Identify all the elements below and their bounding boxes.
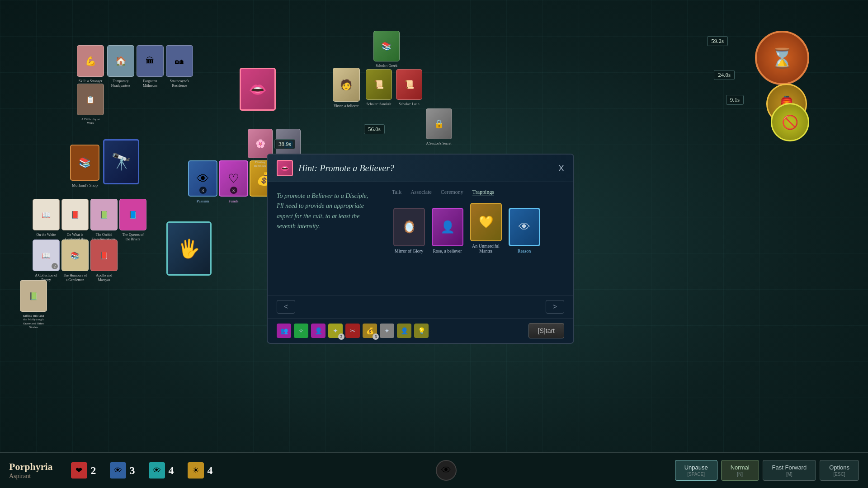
hint-body: To promote a Believer to a Disciple, I'l… bbox=[268, 182, 573, 295]
scholar-sanskrit-card[interactable]: 📜 Scholar: Sanskrit bbox=[365, 69, 392, 108]
hint-header-icon: 👄 bbox=[277, 160, 293, 176]
hint-title: Hint: Promote a Believer? bbox=[298, 163, 394, 174]
queens-rivers-card[interactable]: 📘 The Queens of the Rivers bbox=[119, 199, 146, 242]
aspect-icon-7: 👤 bbox=[397, 324, 411, 338]
mouth-card[interactable]: 👄 bbox=[240, 68, 276, 111]
normal-speed-button[interactable]: Normal [N] bbox=[721, 460, 759, 481]
hint-cards-row: 🪞 Mirror of Glory 👤 Rose, a believer bbox=[392, 203, 566, 253]
hint-bottom: 👥 ✧ 👤 ✦ 2 ✂ 💰 6 ✦ 👤 💡 [S]tart bbox=[268, 318, 573, 343]
cult-icon-wrapper: 👁 bbox=[436, 460, 457, 481]
on-the-white-card[interactable]: 📖 On the White bbox=[33, 199, 60, 238]
bottom-controls: Unpause [SPACE] Normal [N] Fast Forward … bbox=[675, 460, 859, 481]
hint-card-mirror[interactable]: 🪞 Mirror of Glory bbox=[392, 208, 426, 253]
unpause-button[interactable]: Unpause [SPACE] bbox=[675, 460, 717, 481]
aspect-icon-3: ✦ 2 bbox=[328, 324, 343, 338]
stat-health: ❤ 2 bbox=[71, 462, 96, 479]
hint-cards-area: Talk Associate Ceremony Trappings 🪞 Mirr… bbox=[385, 182, 573, 295]
humours-gentleman-card[interactable]: 📚 The Humours of a Gentleman bbox=[61, 239, 89, 283]
tab-associate[interactable]: Associate bbox=[410, 189, 432, 196]
hint-aspect-icons: 👥 ✧ 👤 ✦ 2 ✂ 💰 6 ✦ 👤 💡 bbox=[277, 324, 429, 338]
game-board: 💪 Skill: a Stronger Physique 🏠 Temporary… bbox=[0, 0, 868, 488]
timer-9s: 9.1s bbox=[726, 95, 744, 105]
hint-header: 👄 Hint: Promote a Believer? X bbox=[268, 155, 573, 182]
fast-forward-button[interactable]: Fast Forward [M] bbox=[763, 460, 816, 481]
victor-card[interactable]: 🧑 Victor, a believer bbox=[331, 68, 361, 109]
hint-dialog: 👄 Hint: Promote a Believer? X To promote… bbox=[267, 154, 574, 344]
collection-poetry-card[interactable]: 📖 2 A Collection of Poetry bbox=[33, 239, 60, 283]
funds-stat-icon: ☀ bbox=[188, 462, 204, 479]
aspect-icon-2: 👤 bbox=[311, 324, 326, 338]
passion-stat-icon: 👁 bbox=[149, 462, 165, 479]
aspect-icon-4: ✂ bbox=[345, 324, 360, 338]
sextons-secret-card[interactable]: 🔒 A Sexton's Secret bbox=[424, 108, 453, 147]
timer-forbidden-large[interactable]: 🚫 bbox=[771, 103, 809, 141]
stat-passion: 👁 4 bbox=[149, 462, 174, 479]
bottom-bar: Porphyria Aspirant ❤ 2 👁 3 👁 4 ☀ 4 👁 bbox=[0, 452, 868, 488]
player-info: Porphyria Aspirant bbox=[9, 461, 53, 480]
hint-tabs: Talk Associate Ceremony Trappings bbox=[392, 189, 566, 196]
options-button[interactable]: Options [ESC] bbox=[820, 460, 859, 481]
hint-close-button[interactable]: X bbox=[558, 163, 564, 174]
passion-slot-card[interactable]: ♡ 3 Funds bbox=[219, 160, 248, 205]
stat-reason: 👁 3 bbox=[110, 462, 135, 479]
reason-stat-icon: 👁 bbox=[110, 462, 126, 479]
aspect-icon-8: 💡 bbox=[414, 324, 429, 338]
tab-ceremony[interactable]: Ceremony bbox=[441, 189, 463, 196]
health-value: 2 bbox=[91, 465, 96, 477]
start-button[interactable]: [S]tart bbox=[528, 323, 564, 338]
health-icon: ❤ bbox=[71, 462, 87, 479]
hint-nav-prev[interactable]: < bbox=[277, 300, 295, 314]
reason-value: 3 bbox=[130, 465, 135, 477]
ritual-card[interactable]: 🖐 bbox=[166, 221, 212, 276]
timer-38s: 38.9s bbox=[274, 139, 295, 149]
timer-24s: 24.0s bbox=[714, 70, 735, 80]
aspect-icon-0: 👥 bbox=[277, 324, 291, 338]
aspect-icon-6: ✦ bbox=[380, 324, 394, 338]
cult-icon: 👁 bbox=[436, 460, 457, 481]
aspect-icon-1: ✧ bbox=[294, 324, 308, 338]
morlands-shop-card[interactable]: 📚 Morland's Shop bbox=[70, 145, 99, 189]
funds-value: 4 bbox=[208, 465, 213, 477]
difficulty-card[interactable]: 📋 A Difficulty at Work bbox=[77, 84, 104, 126]
hint-card-reason[interactable]: 👁 Reason bbox=[507, 208, 541, 253]
reason-slot-card[interactable]: 👁 3 Passion bbox=[188, 160, 217, 205]
tab-trappings[interactable]: Trappings bbox=[472, 189, 494, 196]
forgotten-mithreum-card[interactable]: 🏛 Forgotten Mithreum bbox=[137, 45, 164, 89]
timer-59s: 59.2s bbox=[707, 36, 728, 46]
hint-nav: < > bbox=[268, 295, 573, 318]
temp-hq-card[interactable]: 🏠 Temporary Headquarters bbox=[107, 45, 134, 89]
telescope-card[interactable]: 🔭 bbox=[103, 139, 139, 184]
hint-card-rose[interactable]: 👤 Rose, a believer bbox=[430, 208, 464, 253]
player-name: Porphyria bbox=[9, 461, 53, 473]
kiffing-rise-card[interactable]: 📗 Kiffing Rise and the Mollywarg's Grave… bbox=[20, 280, 47, 330]
hint-text-area: To promote a Believer to a Disciple, I'l… bbox=[268, 182, 385, 295]
stat-funds: ☀ 4 bbox=[188, 462, 213, 479]
hint-card-mantra[interactable]: 💛 An Unmerciful Mantra bbox=[469, 203, 503, 253]
apollo-marsyas-card[interactable]: 📕 Apollo and Marsyas bbox=[90, 239, 118, 283]
timer-56s: 56.0s bbox=[364, 124, 385, 134]
tab-talk[interactable]: Talk bbox=[392, 189, 401, 196]
timer-hourglass-large[interactable]: ⌛ bbox=[755, 31, 809, 85]
aspect-icon-5: 💰 6 bbox=[363, 324, 377, 338]
skill-card[interactable]: 💪 Skill: a Stronger Physique bbox=[77, 45, 104, 89]
scholar-greek-card[interactable]: 📚 Scholar: Greek bbox=[373, 31, 400, 69]
passion-value: 4 bbox=[169, 465, 174, 477]
hint-nav-next[interactable]: > bbox=[546, 300, 564, 314]
scholar-latin-card[interactable]: 📜 Scholar: Latin bbox=[396, 69, 423, 108]
hint-text: To promote a Believer to a Disciple, I'l… bbox=[277, 191, 376, 232]
player-title: Aspirant bbox=[9, 473, 53, 480]
strathcoynes-card[interactable]: 🏘 Strathcoyne's Residence bbox=[166, 45, 193, 89]
